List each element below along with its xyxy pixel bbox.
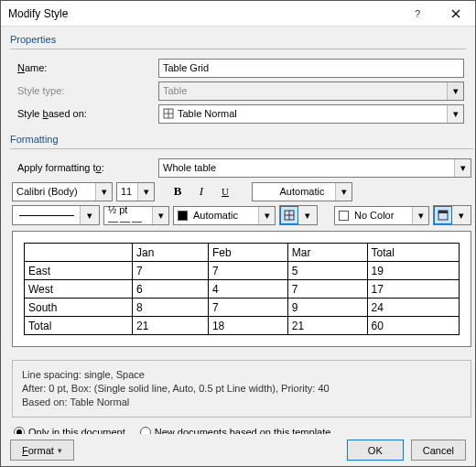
format-button[interactable]: Format▾ [10,440,74,461]
based-on-label: Style based on: [12,108,158,119]
table-row: West64717 [25,280,460,299]
apply-to-combo[interactable]: Whole table▾ [158,158,471,178]
chevron-down-icon[interactable]: ▾ [81,206,99,224]
line-style-combo[interactable]: ▾ [12,205,100,225]
chevron-down-icon[interactable]: ▾ [137,183,154,201]
chevron-down-icon[interactable]: ▾ [258,207,275,224]
chevron-down-icon[interactable]: ▾ [452,206,471,224]
svg-rect-9 [438,211,448,213]
based-on-combo[interactable]: Table Normal▾ [158,104,464,124]
chevron-down-icon[interactable]: ▾ [335,183,352,201]
close-button[interactable] [437,1,475,27]
chevron-down-icon[interactable]: ▾ [298,206,317,224]
chevron-down-icon: ▾ [447,82,463,100]
table-header: Total [367,244,460,262]
table-icon [163,108,174,119]
table-header: Jan [133,244,209,262]
font-toolbar: Calibri (Body)▾ 11▾ B I U Automatic▾ [12,181,471,201]
preview-table: JanFebMarTotalEast77519West64717South879… [24,243,460,335]
border-preset-split[interactable]: ▾ [279,205,318,225]
font-size-combo[interactable]: 11▾ [116,182,155,201]
titlebar: Modify Style ? [1,1,475,27]
table-row: South87924 [25,299,460,317]
table-row: Total21182160 [25,317,460,335]
table-header: Mar [287,244,367,262]
italic-button[interactable]: I [191,181,211,201]
help-button[interactable]: ? [398,1,437,27]
footer: Format▾ OK Cancel [1,434,475,466]
borders-icon[interactable] [280,206,298,224]
name-input[interactable] [158,59,464,78]
description-box: Line spacing: single, Space After: 0 pt,… [12,360,471,418]
font-family-combo[interactable]: Calibri (Body)▾ [12,182,113,201]
chevron-down-icon[interactable]: ▾ [152,207,168,224]
dialog-title: Modify Style [8,7,398,20]
apply-to-label: Apply formatting to: [12,162,158,173]
chevron-down-icon[interactable]: ▾ [447,105,463,123]
preview-area: JanFebMarTotalEast77519West64717South879… [12,231,471,347]
ok-button[interactable]: OK [347,440,404,461]
chevron-down-icon[interactable]: ▾ [454,159,471,177]
table-header: Feb [208,244,287,262]
fill-color-combo[interactable]: No Color▾ [334,206,429,225]
properties-header: Properties [10,34,466,45]
new-docs-radio[interactable]: New documents based on this template [140,427,331,434]
shading-icon[interactable] [434,206,452,224]
name-label: Name: [12,62,158,73]
style-type-label: Style type: [12,85,158,96]
table-row: East77519 [25,262,460,280]
style-type-combo: Table▾ [158,81,464,101]
line-color-combo[interactable]: Automatic▾ [173,206,276,225]
shading-split[interactable]: ▾ [433,205,471,225]
cancel-button[interactable]: Cancel [411,440,466,461]
table-header [25,244,133,262]
font-color-combo[interactable]: Automatic▾ [252,182,352,201]
border-toolbar: ▾ ½ pt ———▾ Automatic▾ ▾ No Color▾ ▾ [12,205,471,225]
formatting-header: Formatting [10,134,466,145]
modify-style-dialog: Modify Style ? Properties Name: Style ty… [0,0,476,467]
underline-button[interactable]: U [215,181,235,201]
only-this-doc-radio[interactable]: Only in this document [14,427,125,434]
chevron-down-icon[interactable]: ▾ [412,207,428,224]
bold-button[interactable]: B [168,181,188,201]
chevron-down-icon[interactable]: ▾ [95,183,112,201]
line-weight-combo[interactable]: ½ pt ———▾ [103,206,169,225]
